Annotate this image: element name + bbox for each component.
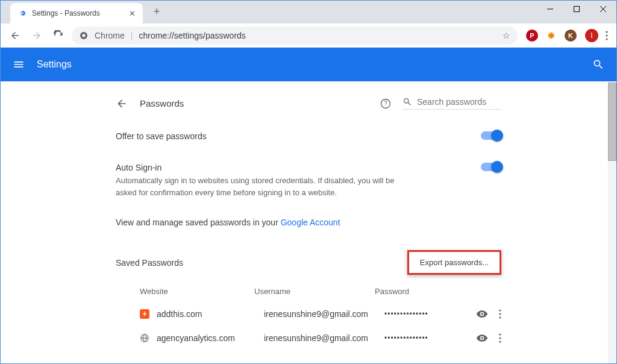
protocol-label: Chrome xyxy=(95,31,125,40)
profile-avatar[interactable]: I xyxy=(585,29,598,42)
username: irenesunshine9@gmail.com xyxy=(264,333,384,343)
scrollbar-thumb[interactable] xyxy=(608,83,616,161)
svg-rect-1 xyxy=(574,7,580,12)
extension-icon-k[interactable]: K xyxy=(565,30,577,42)
passwords-card: Passwords ? Offer to save passwords xyxy=(116,92,501,363)
password-table-header: Website Username Password xyxy=(116,281,501,302)
svg-point-18 xyxy=(499,337,501,339)
address-bar[interactable]: Chrome | chrome://settings/passwords ☆ xyxy=(72,27,518,45)
card-header: Passwords ? xyxy=(116,92,501,121)
help-icon[interactable]: ? xyxy=(380,98,392,110)
chrome-icon xyxy=(79,31,89,40)
export-passwords-button[interactable]: Export passwords... xyxy=(409,252,500,273)
close-tab-button[interactable]: ✕ xyxy=(129,9,136,18)
search-passwords-input[interactable] xyxy=(417,97,501,107)
tab-title: Settings - Passwords xyxy=(32,9,100,17)
auto-signin-label: Auto Sign-in xyxy=(116,163,417,172)
pinterest-extension-icon[interactable]: P xyxy=(526,30,538,42)
svg-point-17 xyxy=(499,333,501,335)
offer-save-row: Offer to save passwords xyxy=(116,121,501,152)
titlebar: Settings - Passwords ✕ + xyxy=(1,1,616,24)
search-icon xyxy=(402,97,412,107)
show-password-button[interactable] xyxy=(476,332,488,344)
bookmark-star-icon[interactable]: ☆ xyxy=(503,31,510,40)
username: irenesunshine9@gmail.com xyxy=(264,309,384,319)
url-text: chrome://settings/passwords xyxy=(139,31,245,40)
reload-button[interactable] xyxy=(50,27,67,44)
omnibox-divider: | xyxy=(131,31,133,40)
svg-point-19 xyxy=(499,340,501,342)
svg-point-5 xyxy=(82,34,85,37)
password-row: agencyanalytics.comirenesunshine9@gmail.… xyxy=(116,326,501,350)
page-body: Passwords ? Offer to save passwords xyxy=(1,81,616,363)
svg-point-7 xyxy=(606,34,607,36)
tab-strip: Settings - Passwords ✕ + xyxy=(1,1,164,24)
svg-point-12 xyxy=(499,313,501,315)
auto-signin-description: Automatically sign in to websites using … xyxy=(116,175,417,198)
nav-forward-button[interactable] xyxy=(28,27,45,44)
minimize-button[interactable] xyxy=(537,1,563,17)
password-mask: •••••••••••••• xyxy=(384,310,470,318)
extension-icons: P ❋ K xyxy=(522,30,580,42)
svg-point-13 xyxy=(499,316,501,318)
settings-title: Settings xyxy=(37,59,72,70)
content-area: Settings Passwords ? xyxy=(1,48,616,363)
maximize-button[interactable] xyxy=(563,1,590,17)
new-tab-button[interactable]: + xyxy=(150,4,164,19)
site-favicon xyxy=(140,333,149,343)
saved-passwords-header: Saved Passwords Export passwords... xyxy=(116,236,501,281)
password-mask: •••••••••••••• xyxy=(384,334,470,342)
svg-point-11 xyxy=(499,309,501,311)
col-username: Username xyxy=(254,287,375,296)
col-password: Password xyxy=(375,287,501,296)
row-menu-button[interactable] xyxy=(499,309,501,319)
password-rows: +addthis.comirenesunshine9@gmail.com••••… xyxy=(116,302,501,350)
svg-point-8 xyxy=(606,38,607,40)
page-title: Passwords xyxy=(140,98,184,108)
site-name[interactable]: agencyanalytics.com xyxy=(157,333,264,343)
browser-tab[interactable]: Settings - Passwords ✕ xyxy=(10,3,143,24)
nav-back-button[interactable] xyxy=(7,27,23,44)
scrollbar-track[interactable] xyxy=(608,81,616,363)
password-row: +addthis.comirenesunshine9@gmail.com••••… xyxy=(116,302,501,326)
gear-icon xyxy=(17,8,27,18)
show-password-button[interactable] xyxy=(476,308,488,320)
site-name[interactable]: addthis.com xyxy=(157,309,264,319)
close-window-button[interactable] xyxy=(590,1,616,17)
settings-header: Settings xyxy=(1,48,616,81)
saved-passwords-title: Saved Passwords xyxy=(116,258,183,268)
svg-point-6 xyxy=(606,31,607,33)
search-icon[interactable] xyxy=(592,58,604,71)
browser-menu-button[interactable] xyxy=(603,28,610,43)
offer-save-label: Offer to save passwords xyxy=(116,131,207,141)
window-controls xyxy=(537,1,616,17)
google-account-link[interactable]: Google Account xyxy=(281,218,340,227)
extension-icon[interactable]: ❋ xyxy=(545,30,557,42)
col-website: Website xyxy=(140,287,254,296)
export-menu-highlight: Export passwords... xyxy=(407,250,501,275)
menu-icon[interactable] xyxy=(13,58,25,71)
search-passwords-box[interactable] xyxy=(402,97,501,110)
google-account-info: View and manage saved passwords in your … xyxy=(116,209,501,236)
site-favicon: + xyxy=(140,309,149,319)
back-button[interactable] xyxy=(116,98,128,110)
svg-text:?: ? xyxy=(384,100,387,107)
browser-window: Settings - Passwords ✕ + Chrome | chrome… xyxy=(0,0,617,364)
auto-signin-row: Auto Sign-in Automatically sign in to we… xyxy=(116,152,501,209)
row-menu-button[interactable] xyxy=(499,333,501,343)
auto-signin-toggle[interactable] xyxy=(481,163,501,171)
offer-save-toggle[interactable] xyxy=(481,131,501,140)
browser-toolbar: Chrome | chrome://settings/passwords ☆ P… xyxy=(1,24,616,48)
settings-page: Settings Passwords ? xyxy=(1,48,616,363)
